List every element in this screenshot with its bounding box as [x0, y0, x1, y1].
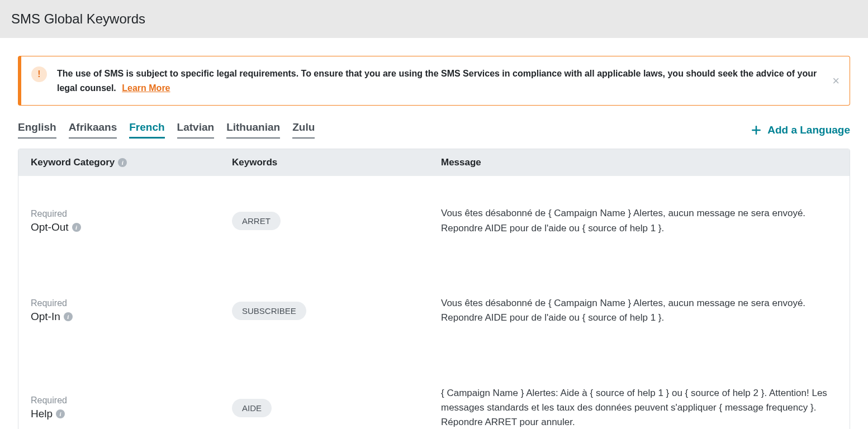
cell-category: Required Opt-In i: [31, 298, 232, 323]
table-header-row: Keyword Category i Keywords Message: [18, 149, 850, 176]
close-icon[interactable]: ×: [832, 75, 839, 87]
table-row: Required Opt-Out i ARRET Vous êtes désab…: [18, 176, 850, 266]
info-icon[interactable]: i: [72, 223, 81, 232]
keywords-table: Keyword Category i Keywords Message Requ…: [18, 149, 850, 429]
tab-english[interactable]: English: [18, 121, 56, 139]
header-message: Message: [441, 157, 837, 168]
legal-alert: ! The use of SMS is subject to specific …: [18, 56, 850, 106]
header-category: Keyword Category i: [31, 157, 232, 168]
tab-afrikaans[interactable]: Afrikaans: [69, 121, 117, 139]
required-label: Required: [31, 209, 81, 219]
tab-latvian[interactable]: Latvian: [177, 121, 215, 139]
category-text: Opt-In: [31, 311, 60, 323]
category-name: Opt-Out i: [31, 221, 81, 233]
cell-category: Required Help i: [31, 395, 232, 420]
cell-keywords: AIDE: [232, 399, 441, 417]
header-keywords: Keywords: [232, 157, 441, 168]
info-icon[interactable]: i: [64, 312, 73, 321]
cell-category: Required Opt-Out i: [31, 209, 232, 233]
tabs-row: English Afrikaans French Latvian Lithuan…: [18, 121, 850, 139]
tab-french[interactable]: French: [129, 121, 164, 139]
alert-message: The use of SMS is subject to specific le…: [57, 69, 817, 93]
language-tabs: English Afrikaans French Latvian Lithuan…: [18, 121, 315, 139]
keyword-chip: AIDE: [232, 399, 272, 417]
category-text: Help: [31, 408, 53, 420]
page-title: SMS Global Keywords: [11, 11, 145, 27]
header-category-label: Keyword Category: [31, 157, 115, 168]
cell-keywords: ARRET: [232, 212, 441, 230]
table-row: Required Opt-In i SUBSCRIBEE Vous êtes d…: [18, 266, 850, 356]
info-icon[interactable]: i: [56, 409, 65, 418]
content-area: ! The use of SMS is subject to specific …: [0, 38, 868, 429]
add-language-button[interactable]: Add a Language: [751, 124, 850, 136]
cell-message: { Campaign Name } Alertes: Aide à { sour…: [441, 386, 837, 429]
info-icon[interactable]: i: [118, 158, 127, 167]
required-label: Required: [31, 395, 67, 406]
table-row: Required Help i AIDE { Campaign Name } A…: [18, 356, 850, 429]
keyword-chip: SUBSCRIBEE: [232, 302, 306, 320]
alert-icon: !: [31, 66, 47, 82]
learn-more-link[interactable]: Learn More: [122, 83, 170, 93]
required-label: Required: [31, 298, 73, 308]
cell-keywords: SUBSCRIBEE: [232, 302, 441, 320]
page-header: SMS Global Keywords: [0, 0, 868, 38]
alert-text: The use of SMS is subject to specific le…: [57, 66, 823, 95]
category-name: Help i: [31, 408, 67, 420]
cell-message: Vous êtes désabonné de { Campaign Name }…: [441, 296, 837, 326]
add-language-label: Add a Language: [767, 124, 850, 136]
tab-zulu[interactable]: Zulu: [292, 121, 315, 139]
keyword-chip: ARRET: [232, 212, 281, 230]
cell-message: Vous êtes désabonné de { Campaign Name }…: [441, 206, 837, 236]
tab-lithuanian[interactable]: Lithuanian: [226, 121, 280, 139]
plus-icon: [751, 125, 762, 136]
table-body: Required Opt-Out i ARRET Vous êtes désab…: [18, 176, 850, 429]
category-text: Opt-Out: [31, 221, 69, 233]
category-name: Opt-In i: [31, 311, 73, 323]
